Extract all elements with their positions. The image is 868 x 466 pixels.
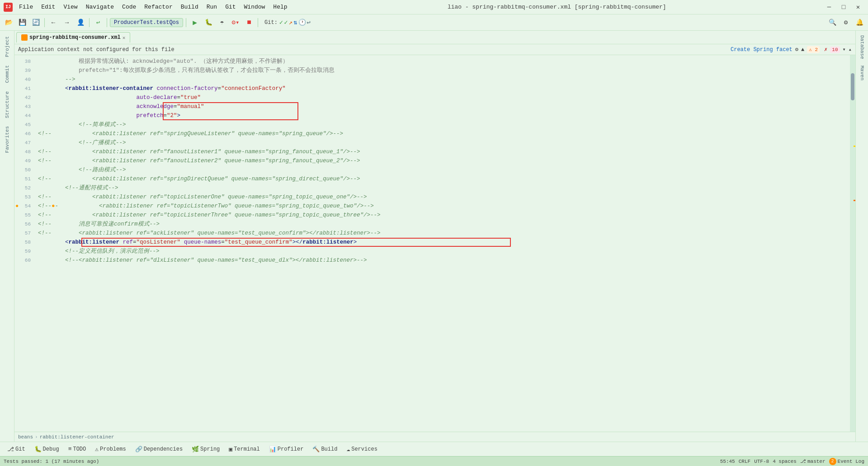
git-branch[interactable]: ⎇ master [800,458,826,464]
run-config-button[interactable]: ⚙▾ [230,17,241,28]
dependencies-tool-button[interactable]: 🔗 Dependencies [132,445,186,454]
coverage-button[interactable]: ☂ [216,17,228,28]
menu-file[interactable]: File [15,3,37,11]
code-content[interactable]: 根据异常情况确认: acknowledge="auto". （这种方式使用麻烦，… [36,55,850,432]
undo-button[interactable]: ↩ [92,17,104,28]
status-bar: Tests passed: 1 (17 minutes ago) 55:45 C… [0,456,868,466]
breadcrumb-listener-container[interactable]: rabbit:listener-container [40,434,114,440]
services-tool-button[interactable]: ☁ Services [343,445,381,454]
spring-tool-label: Spring [200,446,220,452]
problems-tool-label: Problems [100,446,126,452]
terminal-tool-button[interactable]: ▣ Terminal [225,445,263,454]
run-button[interactable]: ▶ [189,17,201,28]
settings-button[interactable]: ⚙ [840,17,852,28]
stop-button[interactable]: ■ [243,17,255,28]
indent-setting[interactable]: 4 spaces [773,459,797,464]
code-line-57: <!-- <rabbit:listener ref="ackListener" … [36,229,850,238]
highlight-region-58: <rabbit:listener ref="qosListener" queue… [36,238,850,247]
xml-file-icon [21,34,28,41]
file-encoding[interactable]: UTF-8 [754,459,769,464]
menu-help[interactable]: Help [269,3,291,11]
menu-view[interactable]: View [60,3,81,11]
editor-tab-xml[interactable]: spring-rabbitmq-consumer.xml ✕ [16,32,130,42]
build-tool-button[interactable]: 🔨 Build [309,445,341,454]
problems-tool-button[interactable]: ⚠ Problems [91,445,129,454]
global-search-button[interactable]: 🔍 [826,17,838,28]
cursor-position[interactable]: 55:45 [720,459,735,464]
scrollbar-thumb[interactable] [851,73,854,100]
forward-button[interactable]: → [61,17,73,28]
menu-navigate[interactable]: Navigate [82,3,118,11]
line-50: 50 [14,165,33,174]
git-label: Git: [264,19,278,26]
collapse-icon[interactable]: ▾ [843,46,846,53]
profiler-tool-button[interactable]: 📊 Profiler [265,445,307,454]
code-line-54: <!--●- <rabbit:listener ref="topicListen… [36,202,850,211]
line-44: 44 [14,111,33,120]
git-rollback-icon[interactable]: ↩ [307,19,311,26]
git-tool-button[interactable]: ⎇ Git [4,445,29,454]
notifications-button[interactable]: 🔔 [854,17,865,28]
menu-run[interactable]: Run [203,3,221,11]
warnings-expand-icon[interactable]: ▲ [801,47,804,53]
open-file-button[interactable]: 📂 [3,17,14,28]
git-push-icon[interactable]: ↗ [289,19,292,26]
code-line-51: <!-- <rabbit:listener ref="springDirectQ… [36,174,850,184]
sidebar-item-database[interactable]: Database [859,33,866,62]
maximize-button[interactable]: □ [837,1,850,14]
sidebar-item-favorites[interactable]: Favorites [4,122,11,156]
sidebar-item-maven[interactable]: Maven [859,63,866,83]
breadcrumb-beans[interactable]: beans [18,434,33,440]
save-button[interactable]: 💾 [16,17,28,28]
back-button[interactable]: ← [47,17,59,28]
tests-status[interactable]: Tests passed: 1 (17 minutes ago) [4,459,99,464]
git-actions: ✓ ✓ ↗ ⇅ 🕐 ↩ [279,19,311,26]
menu-edit[interactable]: Edit [38,3,59,11]
build-tool-label: Build [321,446,337,452]
sync-button[interactable]: 🔄 [30,17,42,28]
event-log-badge: 2 [829,458,836,465]
line-49: 49 [14,156,33,165]
minimize-button[interactable]: ─ [823,1,835,14]
menu-refactor[interactable]: Refactor [141,3,176,11]
git-pull-icon[interactable]: ⇅ [293,19,297,26]
toolbar-separator-3 [107,18,107,27]
line-39: 39 [14,66,33,75]
git-history-icon[interactable]: 🕐 [298,19,306,26]
notice-text: Application context not configured for t… [18,47,175,53]
todo-tool-button[interactable]: ≡ TODO [65,445,90,453]
sidebar-item-commit[interactable]: Commit [4,61,11,87]
scrollbar-mark-orange [854,200,855,201]
code-line-48: <!-- <rabbit:listener ref="fanoutListene… [36,147,850,156]
sidebar-item-structure[interactable]: Structure [4,88,11,122]
expand-icon[interactable]: ▴ [849,46,852,53]
toolbar: 📂 💾 🔄 ← → 👤 ↩ ProducerTest.testQos ▶ 🐛 ☂… [0,14,868,31]
menu-build[interactable]: Build [177,3,202,11]
tab-close-button[interactable]: ✕ [123,35,126,41]
event-log-section: 2 Event Log [829,458,864,465]
create-spring-link[interactable]: Create Spring facet [731,47,793,53]
code-line-52: <!--通配符模式--> [36,184,850,193]
settings-gear-icon[interactable]: ⚙ [795,46,798,53]
code-area[interactable]: 38 39 40 41 42 43 44 45 46 47 48 49 50 5… [14,55,855,432]
profiler-tool-label: Profiler [278,446,304,452]
line-separator[interactable]: CRLF [739,459,750,464]
debug-tool-icon: 🐛 [34,446,42,453]
git-update-icon[interactable]: ✓ [279,19,283,26]
line-48: 48 [14,147,33,156]
terminal-tool-icon: ▣ [229,446,232,453]
spring-tool-button[interactable]: 🌿 Spring [188,445,223,454]
left-sidebar: Project Commit Structure Favorites [0,31,14,442]
git-commit-icon[interactable]: ✓ [284,19,288,26]
debug-button[interactable]: 🐛 [203,17,214,28]
menu-code[interactable]: Code [118,3,140,11]
history-button[interactable]: 👤 [75,17,86,28]
sidebar-item-project[interactable]: Project [4,33,11,61]
run-config-breadcrumb[interactable]: ProducerTest.testQos [110,18,183,27]
menu-window[interactable]: Window [241,3,269,11]
menu-git[interactable]: Git [222,3,239,11]
event-log-button[interactable]: Event Log [838,459,864,464]
close-button[interactable]: ✕ [852,1,864,14]
code-scrollbar[interactable] [850,55,855,432]
debug-tool-button[interactable]: 🐛 Debug [31,445,63,454]
